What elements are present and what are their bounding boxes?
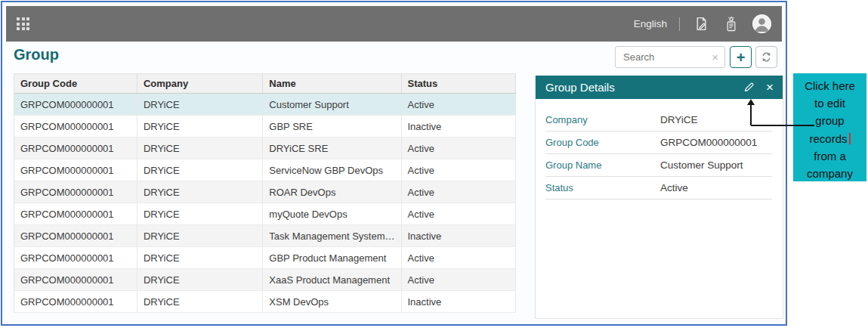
cell-company: DRYiCE [137, 291, 262, 313]
cell-group-code: GRPCOM000000001 [14, 291, 137, 313]
field-label: Status [545, 182, 660, 193]
knowledge-book-icon[interactable] [722, 15, 740, 33]
annotation-line: records [793, 130, 866, 147]
table-row[interactable]: GRPCOM000000001 DRYiCE DRYiCE SRE Active [14, 138, 516, 159]
field-row: Status Active [545, 177, 772, 200]
cell-group-code: GRPCOM000000001 [14, 269, 137, 291]
field-label: Group Name [545, 159, 660, 171]
field-value: Customer Support [660, 159, 743, 171]
cell-status: Inactive [401, 225, 516, 247]
cell-group-code: GRPCOM000000001 [14, 203, 137, 225]
page-title: Group [14, 46, 59, 63]
table-row[interactable]: GRPCOM000000001 DRYiCE myQuote DevOps Ac… [14, 203, 516, 225]
cell-group-code: GRPCOM000000001 [14, 159, 137, 181]
table-row[interactable]: GRPCOM000000001 DRYiCE XSM DevOps Inacti… [14, 291, 516, 313]
cell-company: DRYiCE [137, 247, 262, 269]
cell-name: Customer Support [263, 94, 401, 116]
cell-name: XSM DevOps [263, 291, 401, 313]
cell-name: ROAR DevOps [263, 181, 401, 203]
field-row: Group Code GRPCOM000000001 [545, 131, 772, 154]
annotation-line: group [793, 112, 866, 129]
cell-company: DRYiCE [137, 116, 262, 138]
apps-grid-icon[interactable] [17, 17, 29, 30]
cell-group-code: GRPCOM000000001 [14, 247, 137, 269]
screenshot-canvas: English [0, 0, 868, 331]
cell-status: Active [401, 247, 516, 269]
annotation-note: Click here to edit group records from a … [793, 73, 866, 181]
cell-company: DRYiCE [137, 225, 262, 247]
annotation-arrow-line [750, 105, 752, 125]
user-avatar[interactable] [752, 14, 771, 33]
language-selector[interactable]: English [634, 18, 667, 29]
column-header-company[interactable]: Company [137, 74, 262, 94]
cell-status: Active [401, 269, 516, 291]
cell-company: DRYiCE [137, 203, 262, 225]
cell-company: DRYiCE [137, 159, 262, 181]
cell-name: ServiceNow GBP DevOps [263, 159, 401, 181]
group-table: Group Code Company Name Status GRPCOM000… [14, 73, 516, 313]
cell-status: Active [401, 159, 516, 181]
table-row[interactable]: GRPCOM000000001 DRYiCE GBP Product Manag… [14, 247, 516, 269]
annotation-line: Click here [793, 77, 866, 94]
annotation-arrow-head [747, 99, 755, 105]
panel-title: Group Details [545, 81, 743, 94]
cell-status: Active [401, 203, 516, 225]
table-row[interactable]: GRPCOM000000001 DRYiCE Customer Support … [14, 94, 516, 116]
top-bar-actions: English [634, 14, 771, 33]
field-value: GRPCOM000000001 [660, 137, 757, 148]
cell-company: DRYiCE [137, 269, 262, 291]
cell-company: DRYiCE [137, 94, 262, 116]
cell-group-code: GRPCOM000000001 [14, 181, 137, 203]
panel-body: Company DRYiCE Group Code GRPCOM00000000… [536, 99, 783, 200]
column-header-name[interactable]: Name [263, 74, 401, 94]
field-row: Company DRYiCE [545, 109, 772, 131]
search-box: × [615, 46, 725, 68]
field-value: DRYiCE [660, 114, 698, 125]
app-window: English [1, 1, 787, 326]
cell-name: XaaS Product Management [263, 269, 401, 291]
cell-group-code: GRPCOM000000001 [14, 225, 137, 247]
panel-header: Group Details × [536, 76, 783, 99]
annotation-arrow-line [751, 125, 814, 126]
document-edit-icon[interactable] [692, 15, 710, 33]
group-details-panel: Group Details × Company DRYiCE Group C [535, 76, 783, 319]
top-navigation-bar: English [6, 6, 782, 42]
cell-name: DRYiCE SRE [263, 138, 401, 159]
cell-company: DRYiCE [137, 181, 262, 203]
table-row[interactable]: GRPCOM000000001 DRYiCE ServiceNow GBP De… [14, 159, 516, 181]
cell-group-code: GRPCOM000000001 [14, 94, 137, 116]
cell-group-code: GRPCOM000000001 [14, 138, 137, 159]
annotation-line: company [793, 165, 866, 182]
field-label: Group Code [545, 137, 660, 148]
cell-status: Active [401, 94, 516, 116]
add-button[interactable]: + [730, 46, 752, 68]
table-row[interactable]: GRPCOM000000001 DRYiCE GBP SRE Inactive [14, 116, 516, 138]
close-icon[interactable]: × [766, 81, 774, 94]
table-row[interactable]: GRPCOM000000001 DRYiCE Task Management S… [14, 225, 516, 247]
divider [679, 17, 680, 31]
table-row[interactable]: GRPCOM000000001 DRYiCE ROAR DevOps Activ… [14, 181, 516, 203]
cell-name: Task Management System… [263, 225, 401, 247]
clear-search-icon[interactable]: × [706, 51, 724, 63]
cell-group-code: GRPCOM000000001 [14, 116, 137, 138]
cell-status: Inactive [401, 291, 516, 313]
cell-name: myQuote DevOps [263, 203, 401, 225]
table-header-row: Group Code Company Name Status [14, 74, 516, 94]
cell-status: Active [401, 138, 516, 159]
cell-name: GBP Product Management [263, 247, 401, 269]
column-header-group-code[interactable]: Group Code [14, 74, 137, 94]
field-label: Company [545, 114, 660, 125]
edit-icon[interactable] [743, 81, 755, 94]
refresh-button[interactable] [755, 46, 777, 68]
text-cursor [849, 133, 851, 144]
cell-name: GBP SRE [263, 116, 401, 138]
cell-status: Active [401, 181, 516, 203]
annotation-line: to edit [793, 94, 866, 112]
annotation-line: from a [793, 147, 866, 165]
field-value: Active [660, 182, 688, 193]
search-input[interactable] [616, 51, 706, 63]
column-header-status[interactable]: Status [401, 74, 516, 94]
cell-company: DRYiCE [137, 138, 262, 159]
cell-status: Inactive [401, 116, 516, 138]
table-row[interactable]: GRPCOM000000001 DRYiCE XaaS Product Mana… [14, 269, 516, 291]
